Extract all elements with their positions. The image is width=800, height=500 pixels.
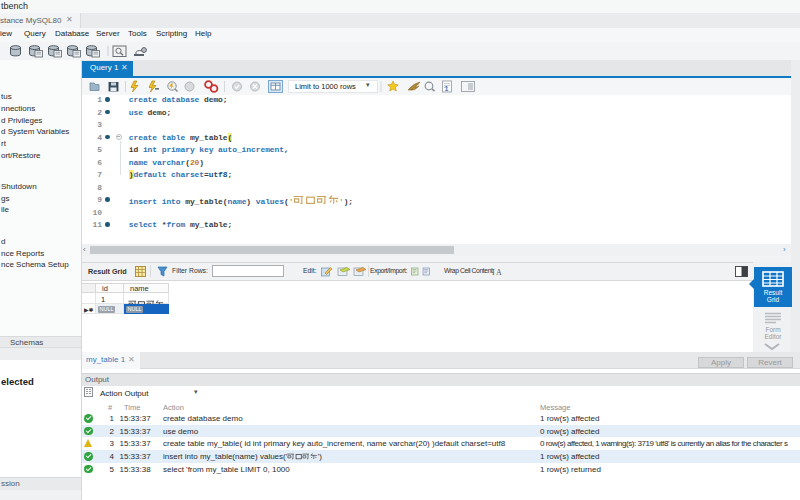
svg-text:A: A bbox=[496, 268, 502, 277]
svg-text:I: I bbox=[492, 268, 495, 277]
svg-text:1: 1 bbox=[445, 85, 449, 92]
